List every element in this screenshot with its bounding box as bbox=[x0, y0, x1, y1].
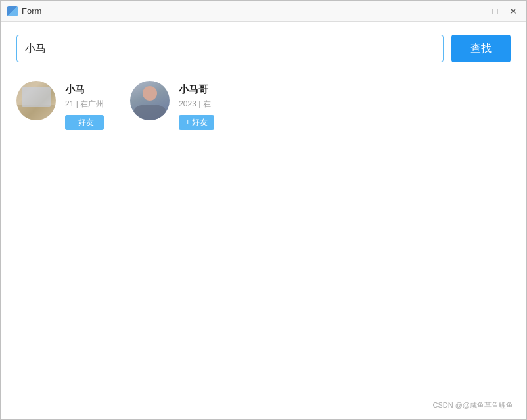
search-button[interactable]: 查找 bbox=[451, 35, 511, 62]
title-bar-controls: — □ ✕ bbox=[470, 5, 520, 18]
user-info: 小马 21 | 在广州 + 好友 bbox=[65, 81, 104, 130]
add-friend-button[interactable]: + 好友 bbox=[65, 115, 104, 130]
avatar bbox=[16, 81, 56, 120]
user-card: 小马哥 2023 | 在 + 好友 bbox=[130, 81, 214, 130]
title-bar: Form — □ ✕ bbox=[1, 1, 526, 22]
user-name: 小马哥 bbox=[179, 83, 214, 96]
avatar bbox=[130, 81, 170, 120]
title-bar-left: Form bbox=[7, 6, 41, 16]
user-meta: 2023 | 在 bbox=[179, 99, 214, 110]
window-icon bbox=[7, 6, 18, 16]
add-friend-button[interactable]: + 好友 bbox=[179, 115, 214, 130]
minimize-button[interactable]: — bbox=[470, 5, 483, 18]
user-info: 小马哥 2023 | 在 + 好友 bbox=[179, 81, 214, 130]
results-row: 小马 21 | 在广州 + 好友 小马哥 2023 | 在 + 好友 bbox=[16, 81, 511, 130]
window-title: Form bbox=[22, 6, 41, 16]
main-window: Form — □ ✕ 查找 小马 21 | 在广州 + 好友 bbox=[0, 0, 527, 420]
user-meta: 21 | 在广州 bbox=[65, 99, 104, 110]
content-area: 查找 小马 21 | 在广州 + 好友 小马哥 2023 | 在 + 好友 bbox=[1, 22, 526, 419]
user-name: 小马 bbox=[65, 83, 104, 96]
user-card: 小马 21 | 在广州 + 好友 bbox=[16, 81, 104, 130]
search-row: 查找 bbox=[16, 35, 511, 62]
maximize-button[interactable]: □ bbox=[488, 5, 501, 18]
watermark: CSDN @@咸鱼草鱼鲤鱼 bbox=[432, 400, 513, 410]
search-input[interactable] bbox=[16, 35, 444, 62]
close-button[interactable]: ✕ bbox=[507, 5, 520, 18]
